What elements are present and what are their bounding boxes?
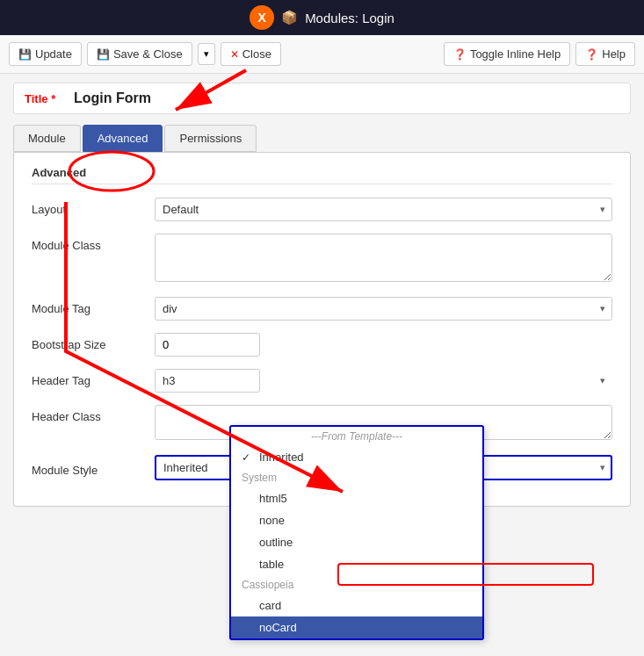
header-tag-select-wrapper: h3 ▾ xyxy=(155,369,612,393)
layout-control: Default ▾ xyxy=(155,198,612,221)
update-button[interactable]: 💾 Update xyxy=(9,42,82,66)
module-tag-label: Module Tag xyxy=(32,297,146,315)
question-icon: ❓ xyxy=(585,48,598,61)
help-button[interactable]: ❓ Help xyxy=(575,42,635,66)
toolbar-right: ❓ Toggle Inline Help ❓ Help xyxy=(444,42,635,66)
title-label: Title * xyxy=(14,85,67,112)
tab-advanced[interactable]: Advanced xyxy=(83,125,163,152)
help-circle-icon: ❓ xyxy=(453,48,467,61)
module-class-row: Module Class xyxy=(32,234,612,285)
empty-check-icon-6 xyxy=(242,622,254,634)
bootstrap-size-row: Bootstrap Size xyxy=(32,333,612,357)
tabs: Module Advanced Permissions xyxy=(13,125,631,152)
title-row: Title * xyxy=(13,83,631,114)
header-tag-control: h3 ▾ xyxy=(155,369,612,393)
empty-check-icon-3 xyxy=(242,537,254,549)
module-tag-row: Module Tag div ▾ xyxy=(32,297,612,321)
tab-permissions[interactable]: Permissions xyxy=(164,125,257,152)
update-label: Update xyxy=(35,47,72,61)
title-required: * xyxy=(51,92,55,105)
header-tag-chevron-icon: ▾ xyxy=(600,375,605,386)
header-tag-label: Header Tag xyxy=(32,369,146,387)
toggle-help-label: Toggle Inline Help xyxy=(470,47,561,61)
save-close-icon: 💾 xyxy=(97,48,110,61)
module-class-control xyxy=(155,234,612,285)
module-tag-control: div ▾ xyxy=(155,297,612,321)
form-panel: Advanced Layout Default ▾ Module Class M xyxy=(13,152,631,507)
save-close-label: Save & Close xyxy=(113,47,183,61)
empty-check-icon-4 xyxy=(242,559,254,571)
empty-check-icon-5 xyxy=(242,600,254,612)
module-style-label: Module Style xyxy=(32,458,146,477)
dropdown-item-none[interactable]: none xyxy=(231,509,482,531)
empty-check-icon xyxy=(242,493,254,505)
dropdown-item-nocard[interactable]: noCard xyxy=(231,616,482,638)
save-dropdown-arrow[interactable]: ▾ xyxy=(198,43,215,65)
module-tag-select-wrapper: div ▾ xyxy=(155,297,612,321)
save-close-button[interactable]: 💾 Save & Close xyxy=(87,42,192,66)
dropdown-item-table[interactable]: table xyxy=(231,553,482,575)
header-tag-select[interactable]: h3 xyxy=(155,369,260,393)
bootstrap-size-control xyxy=(155,333,612,357)
dropdown-item-inherited[interactable]: ✓ Inherited xyxy=(231,446,482,468)
module-class-input[interactable] xyxy=(155,234,612,282)
dropdown-group-cassiopeia: Cassiopeia xyxy=(231,575,482,595)
page-title: Modules: Login xyxy=(305,11,394,25)
title-input[interactable] xyxy=(67,83,630,113)
dropdown-item-html5[interactable]: html5 xyxy=(231,487,482,509)
module-tag-select[interactable]: div xyxy=(155,297,612,321)
tab-module[interactable]: Module xyxy=(13,125,81,152)
help-label: Help xyxy=(602,47,626,61)
section-title: Advanced xyxy=(32,166,612,184)
layout-select[interactable]: Default xyxy=(155,198,612,221)
dropdown-item-card[interactable]: card xyxy=(231,595,482,616)
empty-check-icon-2 xyxy=(242,515,254,527)
app-logo: X xyxy=(250,5,274,30)
title-icon: 📦 xyxy=(281,10,298,25)
dropdown-item-outline[interactable]: outline xyxy=(231,531,482,553)
bootstrap-size-input[interactable] xyxy=(155,333,260,357)
close-icon: ✕ xyxy=(230,48,239,61)
checkmark-icon: ✓ xyxy=(242,451,254,464)
toggle-help-button[interactable]: ❓ Toggle Inline Help xyxy=(444,42,570,66)
content-area: Title * Module Advanced Permissions Adva… xyxy=(0,74,644,515)
header-tag-row: Header Tag h3 ▾ xyxy=(32,369,612,393)
title-bar: X 📦 Modules: Login xyxy=(0,0,644,35)
module-style-dropdown: ---From Template--- ✓ Inherited System h… xyxy=(229,425,484,640)
bootstrap-size-label: Bootstrap Size xyxy=(32,333,146,351)
toolbar: 💾 Update 💾 Save & Close ▾ ✕ Close ❓ Togg… xyxy=(0,35,644,74)
close-label: Close xyxy=(242,47,271,61)
layout-label: Layout xyxy=(32,198,146,216)
save-icon: 💾 xyxy=(18,48,32,61)
header-class-label: Header Class xyxy=(32,405,146,423)
layout-row: Layout Default ▾ xyxy=(32,198,612,221)
module-class-label: Module Class xyxy=(32,234,146,252)
dropdown-separator: ---From Template--- xyxy=(231,427,482,446)
layout-select-wrapper: Default ▾ xyxy=(155,198,612,221)
dropdown-group-system: System xyxy=(231,468,482,487)
close-button[interactable]: ✕ Close xyxy=(221,42,281,66)
